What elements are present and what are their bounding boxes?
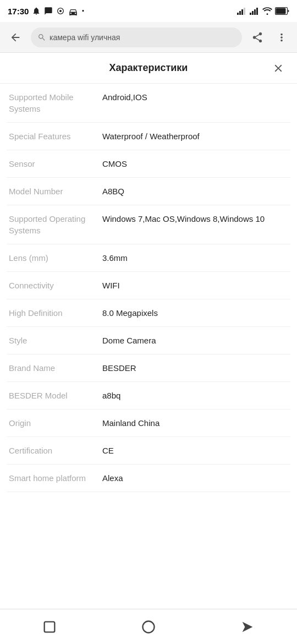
spec-label: Certification <box>9 445 102 456</box>
spec-value: Android,IOS <box>102 91 288 103</box>
spec-value: Mainland China <box>102 417 288 429</box>
spec-value: Alexa <box>102 472 288 484</box>
alarm-icon <box>32 7 41 15</box>
spec-value: Windows 7,Mac OS,Windows 8,Windows 10 <box>102 213 288 225</box>
svg-rect-2 <box>237 13 239 15</box>
status-bar-right <box>237 7 289 15</box>
table-row: StyleDome Camera <box>7 327 290 354</box>
spec-value: 3.6mm <box>102 252 288 264</box>
table-row: SensorCMOS <box>7 150 290 178</box>
dot-indicator: · <box>81 6 84 17</box>
status-time: 17:30 <box>8 7 29 16</box>
signal2-icon <box>250 7 260 15</box>
spec-label: Brand Name <box>9 362 102 374</box>
nav-bar: камера wifi уличная <box>0 22 297 53</box>
spec-label: Supported Mobile Systems <box>9 91 102 114</box>
back-button[interactable] <box>4 26 26 48</box>
spec-value: WIFI <box>102 280 288 291</box>
svg-rect-7 <box>252 11 254 15</box>
modal-title: Характеристики <box>109 62 188 74</box>
svg-rect-4 <box>241 9 243 15</box>
search-text: камера wifi уличная <box>50 33 120 42</box>
svg-rect-5 <box>244 8 245 15</box>
spec-label: Lens (mm) <box>9 252 102 264</box>
spec-label: Style <box>9 335 102 346</box>
svg-rect-11 <box>276 8 286 14</box>
car-icon <box>68 7 78 15</box>
spec-label: Supported Operating Systems <box>9 213 102 236</box>
spec-value: Dome Camera <box>102 335 288 346</box>
search-box[interactable]: камера wifi уличная <box>31 28 242 47</box>
recent-button[interactable] <box>127 614 170 640</box>
table-row: CertificationCE <box>7 437 290 465</box>
specs-container: Supported Mobile SystemsAndroid,IOSSpeci… <box>0 84 297 609</box>
record-icon <box>56 7 65 15</box>
table-row: Special FeaturesWaterproof / Weatherproo… <box>7 123 290 150</box>
status-bar: 17:30 · <box>0 0 297 22</box>
table-row: Smart home platformAlexa <box>7 465 290 492</box>
svg-point-13 <box>143 621 155 632</box>
nav-icons <box>246 26 293 48</box>
spec-label: Origin <box>9 417 102 429</box>
table-row: OriginMainland China <box>7 410 290 437</box>
spec-value: 8.0 Megapixels <box>102 307 288 319</box>
spec-value: BESDER <box>102 362 288 374</box>
wifi-icon <box>262 7 272 15</box>
svg-point-1 <box>59 10 62 12</box>
close-button[interactable] <box>268 58 288 78</box>
table-row: BESDER Modela8bq <box>7 382 290 410</box>
signal-icon <box>237 7 247 15</box>
spec-label: Sensor <box>9 158 102 170</box>
spec-label: Special Features <box>9 130 102 142</box>
more-button[interactable] <box>271 26 293 48</box>
spec-label: Connectivity <box>9 280 102 291</box>
share-button[interactable] <box>246 26 268 48</box>
status-bar-left: 17:30 · <box>8 6 84 17</box>
table-row: Supported Operating SystemsWindows 7,Mac… <box>7 205 290 244</box>
battery-icon <box>275 7 289 15</box>
table-row: High Definition8.0 Megapixels <box>7 299 290 327</box>
home-button[interactable] <box>28 614 72 640</box>
table-row: ConnectivityWIFI <box>7 272 290 299</box>
table-row: Brand NameBESDER <box>7 354 290 382</box>
spec-value: Waterproof / Weatherproof <box>102 130 288 142</box>
message-icon <box>44 7 53 15</box>
svg-rect-6 <box>250 13 251 15</box>
spec-value: A8BQ <box>102 185 288 197</box>
search-icon <box>37 33 46 42</box>
table-row: Lens (mm)3.6mm <box>7 244 290 272</box>
spec-label: BESDER Model <box>9 390 102 401</box>
spec-value: a8bq <box>102 390 288 401</box>
modal-header: Характеристики <box>0 53 297 84</box>
spec-value: CMOS <box>102 158 288 170</box>
back-nav-button[interactable] <box>226 614 270 640</box>
spec-label: Model Number <box>9 185 102 197</box>
spec-label: Smart home platform <box>9 472 102 484</box>
spec-value: CE <box>102 445 288 456</box>
table-row: Supported Mobile SystemsAndroid,IOS <box>7 84 290 123</box>
svg-rect-9 <box>256 8 258 15</box>
svg-rect-12 <box>45 621 55 632</box>
svg-rect-8 <box>254 9 256 15</box>
bottom-nav <box>0 609 297 644</box>
table-row: Model NumberA8BQ <box>7 178 290 205</box>
svg-rect-3 <box>239 11 241 15</box>
spec-label: High Definition <box>9 307 102 319</box>
